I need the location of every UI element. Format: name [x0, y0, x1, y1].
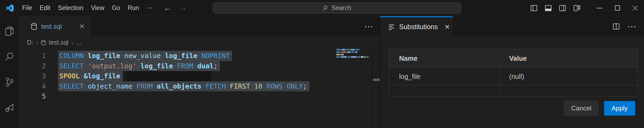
tab-label: test.sql	[41, 23, 62, 30]
tab-test-sql[interactable]: test.sql ✕	[19, 16, 90, 36]
substitutions-table: Name Value log_file(null)	[389, 49, 638, 96]
empty-row[interactable]	[389, 85, 638, 96]
menu-run[interactable]: Run	[124, 0, 143, 16]
menu-edit[interactable]: Edit	[36, 0, 54, 16]
split-editor-icon[interactable]	[613, 23, 620, 30]
line-number: 2	[19, 62, 46, 70]
search-icon	[323, 5, 329, 11]
title-bar: FileEditSelectionViewGoRun⋯ ← → Search	[0, 0, 644, 16]
substitution-row[interactable]: log_file(null)	[389, 68, 638, 85]
scrollbar-slider[interactable]	[373, 79, 380, 81]
search-input[interactable]: Search	[213, 2, 461, 14]
source-control-icon[interactable]	[0, 69, 19, 95]
substitutions-list-icon	[388, 23, 395, 31]
substitutions-table-body: log_file(null)	[389, 68, 638, 85]
nav-arrows: ← →	[164, 4, 187, 12]
line-number: 5	[19, 92, 46, 100]
menu-file[interactable]: File	[18, 0, 36, 16]
close-window-button[interactable]	[626, 0, 644, 16]
selected-text: SPOOL·&log_file	[58, 71, 123, 81]
vscode-logo-icon	[5, 4, 14, 12]
editor-tab-bar: test.sql ✕ ⋯	[19, 16, 380, 36]
vscode-window: FileEditSelectionViewGoRun⋯ ← → Search	[0, 0, 644, 128]
editor-more-actions-icon[interactable]: ⋯	[364, 21, 374, 32]
run-debug-icon[interactable]	[0, 95, 19, 120]
selected-text: SELECT·object_name·FROM·all_objects·FETC…	[58, 81, 309, 92]
customize-layout-icon[interactable]	[573, 5, 580, 12]
panel-more-actions-icon[interactable]: ⋯	[627, 21, 637, 32]
panel-actions: ⋯	[613, 16, 637, 36]
dark-gap-box	[125, 71, 211, 81]
toggle-secondary-sidebar-icon[interactable]	[559, 5, 566, 12]
tab-close-icon[interactable]: ✕	[79, 23, 85, 30]
tab-substitutions[interactable]: Substitutions ✕	[380, 16, 453, 36]
table-header-row: Name Value	[389, 49, 638, 68]
search-sidebar-icon[interactable]	[0, 44, 19, 69]
substitutions-content: Name Value log_file(null) Cancel Apply	[380, 36, 644, 128]
explorer-icon[interactable]	[0, 19, 19, 44]
panel-tab-close-icon[interactable]: ✕	[444, 23, 450, 31]
editor-scrollbar[interactable]	[372, 49, 380, 128]
code-line-2[interactable]: 2SELECT·'output.log'·log_file·FROM·dual;	[19, 61, 380, 71]
line-number: 4	[19, 82, 46, 90]
breadcrumb-more[interactable]: ...	[76, 39, 81, 46]
minimize-button[interactable]	[591, 0, 608, 16]
breadcrumb: D: › test.sql › ...	[19, 36, 380, 49]
editor-group: test.sql ✕ ⋯ D: › test.sql › ... 1COLUMN…	[19, 16, 380, 128]
menu-bar: FileEditSelectionViewGoRun⋯	[18, 0, 157, 16]
menu-view[interactable]: View	[87, 0, 108, 16]
breadcrumb-file[interactable]: test.sql	[49, 39, 68, 46]
substitution-name: log_file	[389, 68, 499, 85]
panel-tab-bar: Substitutions ✕ ⋯	[380, 16, 644, 36]
code-editor[interactable]: 1COLUMN·log_file·new_value·log_file·NOPR…	[19, 49, 380, 128]
apply-button[interactable]: Apply	[604, 101, 635, 116]
search-placeholder: Search	[332, 4, 351, 12]
code-line-5[interactable]: 5	[19, 91, 380, 102]
toggle-panel-icon[interactable]	[545, 5, 552, 12]
chevron-right-icon: ›	[71, 39, 73, 46]
selected-text: SELECT·'output.log'·log_file·FROM·dual;	[58, 61, 220, 71]
maximize-button[interactable]	[608, 0, 626, 16]
layout-icons	[530, 5, 580, 12]
toggle-sidebar-icon[interactable]	[530, 5, 537, 12]
header-name: Name	[389, 49, 499, 68]
selected-text: COLUMN·log_file·new_value·log_file·NOPRI…	[58, 51, 232, 61]
breadcrumb-drive[interactable]: D:	[27, 39, 33, 46]
forward-arrow-icon[interactable]: →	[179, 4, 187, 12]
header-value: Value	[499, 49, 638, 68]
activity-bar	[0, 16, 19, 128]
database-file-icon	[31, 23, 37, 30]
menu-go[interactable]: Go	[108, 0, 124, 16]
code-lines: 1COLUMN·log_file·new_value·log_file·NOPR…	[19, 51, 380, 102]
chevron-right-icon: ›	[36, 39, 38, 46]
minimap[interactable]	[336, 49, 369, 59]
button-row: Cancel Apply	[564, 101, 635, 116]
substitution-value[interactable]: (null)	[499, 68, 638, 85]
cancel-button[interactable]: Cancel	[564, 101, 599, 116]
database-file-icon	[41, 40, 46, 45]
code-line-4[interactable]: 4SELECT·object_name·FROM·all_objects·FET…	[19, 81, 380, 92]
code-line-1[interactable]: 1COLUMN·log_file·new_value·log_file·NOPR…	[19, 51, 380, 61]
menu-selection[interactable]: Selection	[54, 0, 87, 16]
back-arrow-icon[interactable]: ←	[164, 4, 171, 12]
line-number: 1	[19, 52, 46, 60]
substitutions-panel: Substitutions ✕ ⋯ Name Value log_file(nu…	[380, 16, 644, 128]
titlebar-right	[530, 0, 644, 16]
menu-more-icon[interactable]: ⋯	[143, 0, 157, 16]
panel-tab-label: Substitutions	[399, 23, 438, 31]
code-line-3[interactable]: 3SPOOL·&log_file	[19, 71, 380, 81]
line-number: 3	[19, 72, 46, 80]
